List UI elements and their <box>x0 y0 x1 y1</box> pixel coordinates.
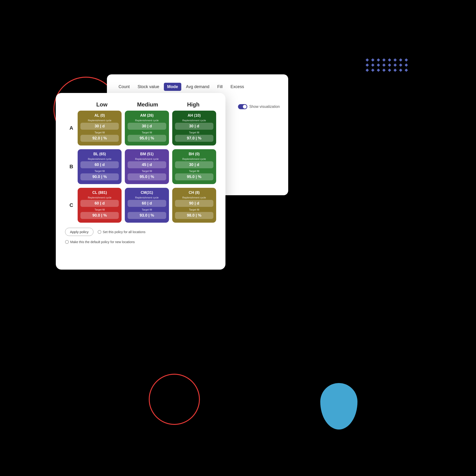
radio-default-policy-label: Make this the default policy for new loc… <box>70 240 135 244</box>
card-al-replen-value[interactable]: 30 | d <box>80 123 119 130</box>
card-bl-replen-label: Replenishment cycle <box>80 158 119 160</box>
col-header-medium: Medium <box>125 101 170 108</box>
card-al[interactable]: AL (0) Replenishment cycle 30 | d Target… <box>78 111 121 146</box>
card-bl[interactable]: BL (65) Replenishment cycle 60 | d Targe… <box>78 149 121 184</box>
card-ah-fill-value[interactable]: 97.0 | % <box>175 135 213 142</box>
card-cm-replen-value[interactable]: 60 | d <box>128 200 166 207</box>
card-bm-fill-value[interactable]: 95.0 | % <box>128 173 166 180</box>
card-ch[interactable]: CH (8) Replenishment cycle 90 | d Target… <box>172 188 216 223</box>
card-al-fill-value[interactable]: 92.0 | % <box>80 135 119 142</box>
card-ch-replen-value[interactable]: 90 | d <box>175 200 213 207</box>
tab-avg-demand[interactable]: Avg demand <box>183 83 213 91</box>
card-ch-fill-value[interactable]: 98.0 | % <box>175 212 213 219</box>
card-ch-replen-label: Replenishment cycle <box>175 196 213 199</box>
card-cm-title: CM(31) <box>128 191 166 195</box>
apply-policy-button[interactable]: Apply policy <box>65 228 93 236</box>
radio-default-policy[interactable]: Make this the default policy for new loc… <box>65 240 135 244</box>
card-ah-title: AH (10) <box>175 113 213 118</box>
grid-row-a: A AL (0) Replenishment cycle 30 | d Targ… <box>65 111 216 146</box>
card-bl-fill-value[interactable]: 90.0 | % <box>80 173 119 180</box>
radio-circle-default-policy <box>65 240 69 244</box>
policy-grid: A AL (0) Replenishment cycle 30 | d Targ… <box>65 111 216 223</box>
row-label-a: A <box>65 125 78 131</box>
card-am[interactable]: AM (26) Replenishment cycle 30 | d Targe… <box>125 111 169 146</box>
tab-mode[interactable]: Mode <box>164 83 181 91</box>
card-cm-fill-value[interactable]: 93.0 | % <box>128 212 166 219</box>
card-bh-fill-label: Target fill <box>175 170 213 172</box>
tab-stock-value[interactable]: Stock value <box>134 83 162 91</box>
col-header-high: High <box>170 101 216 108</box>
card-ah[interactable]: AH (10) Replenishment cycle 30 | d Targe… <box>172 111 216 146</box>
card-ah-replen-value[interactable]: 30 | d <box>175 123 213 130</box>
row-b-cells: BL (65) Replenishment cycle 60 | d Targe… <box>78 149 216 184</box>
card-cl-replen-value[interactable]: 60 | d <box>80 200 119 207</box>
decorative-red-circle-bottom <box>149 374 200 425</box>
col-header-low: Low <box>79 101 125 108</box>
card-am-replen-value[interactable]: 30 | d <box>128 123 166 130</box>
card-ch-fill-label: Target fill <box>175 208 213 211</box>
card-bh[interactable]: BH (0) Replenishment cycle 30 | d Target… <box>172 149 216 184</box>
card-bl-fill-label: Target fill <box>80 170 119 172</box>
row-label-b: B <box>65 164 78 170</box>
front-card: Low Medium High A AL (0) Replenishment c… <box>56 93 225 270</box>
radio-all-locations[interactable]: Set this policy for all locations <box>98 230 146 234</box>
card-bm-replen-value[interactable]: 45 | d <box>128 161 166 168</box>
radio-circle-all-locations <box>98 230 101 234</box>
column-headers: Low Medium High <box>79 101 216 108</box>
card-ch-title: CH (8) <box>175 191 213 195</box>
tab-excess[interactable]: Excess <box>227 83 247 91</box>
tab-fill[interactable]: Fill <box>214 83 226 91</box>
card-cm[interactable]: CM(31) Replenishment cycle 60 | d Target… <box>125 188 169 223</box>
card-cl-fill-value[interactable]: 90.0 | % <box>80 212 119 219</box>
apply-policy-bar: Apply policy Set this policy for all loc… <box>65 228 216 244</box>
card-am-replen-label: Replenishment cycle <box>128 119 166 122</box>
row-a-cells: AL (0) Replenishment cycle 30 | d Target… <box>78 111 216 146</box>
tab-count[interactable]: Count <box>115 83 133 91</box>
card-cl-title: CL (881) <box>80 191 119 195</box>
card-bh-title: BH (0) <box>175 152 213 156</box>
card-cl-fill-label: Target fill <box>80 208 119 211</box>
card-ah-replen-label: Replenishment cycle <box>175 119 213 122</box>
card-bm-title: BM (51) <box>128 152 166 156</box>
card-cm-fill-label: Target fill <box>128 208 166 211</box>
card-bm-replen-label: Replenishment cycle <box>128 158 166 160</box>
card-bl-replen-value[interactable]: 60 | d <box>80 161 119 168</box>
radio-all-locations-label: Set this policy for all locations <box>103 230 146 234</box>
card-cl[interactable]: CL (881) Replenishment cycle 60 | d Targ… <box>78 188 121 223</box>
show-visualization-toggle[interactable] <box>238 104 247 109</box>
decorative-purple-dots <box>365 58 408 72</box>
grid-row-b: B BL (65) Replenishment cycle 60 | d Tar… <box>65 149 216 184</box>
card-bh-replen-label: Replenishment cycle <box>175 158 213 160</box>
show-visualization-label: Show visualization <box>249 105 280 109</box>
card-al-title: AL (0) <box>80 113 119 118</box>
card-bm-fill-label: Target fill <box>128 170 166 172</box>
card-am-fill-label: Target fill <box>128 131 166 134</box>
grid-row-c: C CL (881) Replenishment cycle 60 | d Ta… <box>65 188 216 223</box>
card-al-fill-label: Target fill <box>80 131 119 134</box>
card-bh-replen-value[interactable]: 30 | d <box>175 161 213 168</box>
card-bh-fill-value[interactable]: 95.0 | % <box>175 173 213 180</box>
card-al-replen-label: Replenishment cycle <box>80 119 119 122</box>
card-am-fill-value[interactable]: 95.0 | % <box>128 135 166 142</box>
card-bm[interactable]: BM (51) Replenishment cycle 45 | d Targe… <box>125 149 169 184</box>
row-label-c: C <box>65 202 78 208</box>
decorative-blue-drop <box>320 383 357 429</box>
card-ah-fill-label: Target fill <box>175 131 213 134</box>
card-bl-title: BL (65) <box>80 152 119 156</box>
row-c-cells: CL (881) Replenishment cycle 60 | d Targ… <box>78 188 216 223</box>
card-am-title: AM (26) <box>128 113 166 118</box>
card-cm-replen-label: Replenishment cycle <box>128 196 166 199</box>
card-cl-replen-label: Replenishment cycle <box>80 196 119 199</box>
